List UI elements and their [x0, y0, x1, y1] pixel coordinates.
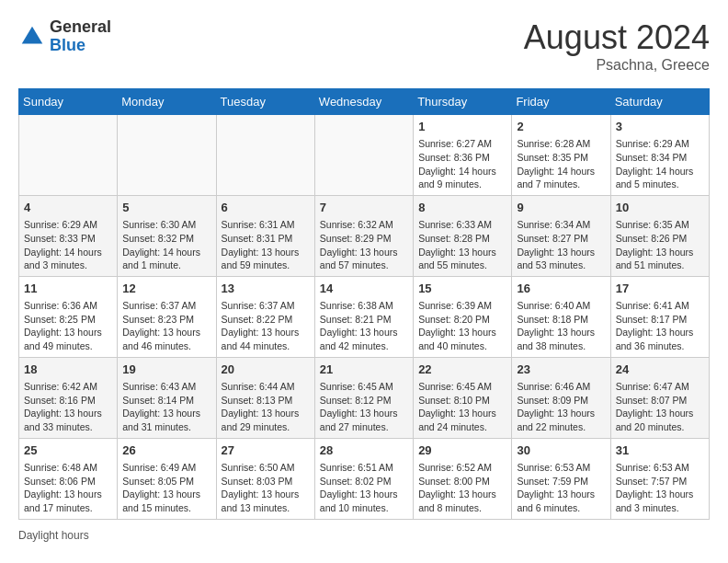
month-year-title: August 2024 [524, 18, 710, 57]
calendar-cell: 6Sunrise: 6:31 AMSunset: 8:31 PMDaylight… [216, 195, 314, 276]
calendar-cell: 25Sunrise: 6:48 AMSunset: 8:06 PMDayligh… [19, 438, 118, 519]
day-info: Sunrise: 6:44 AMSunset: 8:13 PMDaylight:… [222, 380, 310, 434]
calendar-cell: 22Sunrise: 6:45 AMSunset: 8:10 PMDayligh… [414, 357, 512, 438]
calendar-cell: 3Sunrise: 6:29 AMSunset: 8:34 PMDaylight… [610, 115, 709, 196]
day-info: Sunrise: 6:34 AMSunset: 8:27 PMDaylight:… [517, 218, 605, 272]
day-number: 10 [616, 200, 704, 216]
logo: General Blue [18, 18, 111, 55]
day-info: Sunrise: 6:33 AMSunset: 8:28 PMDaylight:… [418, 218, 506, 272]
day-info: Sunrise: 6:46 AMSunset: 8:09 PMDaylight:… [517, 380, 605, 434]
day-info: Sunrise: 6:31 AMSunset: 8:31 PMDaylight:… [222, 218, 310, 272]
calendar-cell: 16Sunrise: 6:40 AMSunset: 8:18 PMDayligh… [512, 276, 610, 357]
svg-marker-0 [22, 27, 43, 44]
calendar-cell [118, 115, 216, 196]
calendar-cell: 5Sunrise: 6:30 AMSunset: 8:32 PMDaylight… [118, 195, 216, 276]
calendar-week-row: 25Sunrise: 6:48 AMSunset: 8:06 PMDayligh… [19, 438, 710, 519]
footer: Daylight hours [18, 529, 710, 542]
calendar-cell: 21Sunrise: 6:45 AMSunset: 8:12 PMDayligh… [314, 357, 413, 438]
calendar-cell: 26Sunrise: 6:49 AMSunset: 8:05 PMDayligh… [118, 438, 216, 519]
column-header-tuesday: Tuesday [216, 89, 314, 115]
calendar-cell [314, 115, 413, 196]
calendar-cell: 2Sunrise: 6:28 AMSunset: 8:35 PMDaylight… [512, 115, 610, 196]
day-info: Sunrise: 6:27 AMSunset: 8:36 PMDaylight:… [418, 137, 506, 191]
daylight-label: Daylight hours [18, 529, 89, 542]
calendar-table: SundayMondayTuesdayWednesdayThursdayFrid… [18, 88, 710, 520]
calendar-cell: 29Sunrise: 6:52 AMSunset: 8:00 PMDayligh… [414, 438, 512, 519]
day-info: Sunrise: 6:36 AMSunset: 8:25 PMDaylight:… [24, 299, 112, 353]
day-number: 30 [517, 442, 605, 459]
day-number: 12 [122, 281, 210, 297]
calendar-cell: 19Sunrise: 6:43 AMSunset: 8:14 PMDayligh… [118, 357, 216, 438]
day-number: 8 [418, 200, 506, 216]
day-number: 7 [320, 200, 408, 216]
day-number: 13 [222, 281, 310, 297]
calendar-cell: 24Sunrise: 6:47 AMSunset: 8:07 PMDayligh… [610, 357, 709, 438]
column-header-monday: Monday [118, 89, 216, 115]
day-info: Sunrise: 6:45 AMSunset: 8:12 PMDaylight:… [320, 380, 408, 434]
day-number: 6 [222, 200, 310, 216]
day-number: 23 [517, 362, 605, 378]
day-number: 20 [222, 362, 310, 378]
calendar-week-row: 4Sunrise: 6:29 AMSunset: 8:33 PMDaylight… [19, 195, 710, 276]
logo-icon [18, 23, 46, 51]
day-info: Sunrise: 6:40 AMSunset: 8:18 PMDaylight:… [517, 299, 605, 353]
day-info: Sunrise: 6:29 AMSunset: 8:33 PMDaylight:… [24, 218, 112, 272]
day-number: 28 [320, 442, 408, 459]
column-header-wednesday: Wednesday [314, 89, 413, 115]
calendar-cell: 13Sunrise: 6:37 AMSunset: 8:22 PMDayligh… [216, 276, 314, 357]
day-number: 11 [24, 281, 112, 297]
calendar-week-row: 11Sunrise: 6:36 AMSunset: 8:25 PMDayligh… [19, 276, 710, 357]
day-number: 26 [122, 442, 210, 459]
calendar-cell: 23Sunrise: 6:46 AMSunset: 8:09 PMDayligh… [512, 357, 610, 438]
day-info: Sunrise: 6:43 AMSunset: 8:14 PMDaylight:… [122, 380, 210, 434]
logo-text: General Blue [50, 18, 111, 55]
column-header-sunday: Sunday [19, 89, 118, 115]
day-info: Sunrise: 6:38 AMSunset: 8:21 PMDaylight:… [320, 299, 408, 353]
day-number: 29 [418, 442, 506, 459]
day-number: 27 [222, 442, 310, 459]
day-number: 15 [418, 281, 506, 297]
calendar-cell: 12Sunrise: 6:37 AMSunset: 8:23 PMDayligh… [118, 276, 216, 357]
calendar-cell: 17Sunrise: 6:41 AMSunset: 8:17 PMDayligh… [610, 276, 709, 357]
calendar-cell [19, 115, 118, 196]
calendar-cell: 15Sunrise: 6:39 AMSunset: 8:20 PMDayligh… [414, 276, 512, 357]
column-header-thursday: Thursday [414, 89, 512, 115]
calendar-cell: 10Sunrise: 6:35 AMSunset: 8:26 PMDayligh… [610, 195, 709, 276]
calendar-cell: 4Sunrise: 6:29 AMSunset: 8:33 PMDaylight… [19, 195, 118, 276]
day-number: 5 [122, 200, 210, 216]
day-info: Sunrise: 6:50 AMSunset: 8:03 PMDaylight:… [222, 461, 310, 515]
column-header-friday: Friday [512, 89, 610, 115]
calendar-week-row: 18Sunrise: 6:42 AMSunset: 8:16 PMDayligh… [19, 357, 710, 438]
day-number: 22 [418, 362, 506, 378]
calendar-cell: 11Sunrise: 6:36 AMSunset: 8:25 PMDayligh… [19, 276, 118, 357]
day-number: 4 [24, 200, 112, 216]
day-number: 19 [122, 362, 210, 378]
day-number: 18 [24, 362, 112, 378]
day-info: Sunrise: 6:29 AMSunset: 8:34 PMDaylight:… [616, 137, 704, 191]
calendar-cell: 7Sunrise: 6:32 AMSunset: 8:29 PMDaylight… [314, 195, 413, 276]
day-info: Sunrise: 6:53 AMSunset: 7:59 PMDaylight:… [517, 461, 605, 515]
day-number: 16 [517, 281, 605, 297]
calendar-cell: 8Sunrise: 6:33 AMSunset: 8:28 PMDaylight… [414, 195, 512, 276]
calendar-cell [216, 115, 314, 196]
day-number: 9 [517, 200, 605, 216]
calendar-cell: 31Sunrise: 6:53 AMSunset: 7:57 PMDayligh… [610, 438, 709, 519]
day-info: Sunrise: 6:45 AMSunset: 8:10 PMDaylight:… [418, 380, 506, 434]
day-info: Sunrise: 6:49 AMSunset: 8:05 PMDaylight:… [122, 461, 210, 515]
calendar-header-row: SundayMondayTuesdayWednesdayThursdayFrid… [19, 89, 710, 115]
day-number: 21 [320, 362, 408, 378]
day-info: Sunrise: 6:48 AMSunset: 8:06 PMDaylight:… [24, 461, 112, 515]
day-number: 17 [616, 281, 704, 297]
calendar-cell: 9Sunrise: 6:34 AMSunset: 8:27 PMDaylight… [512, 195, 610, 276]
day-info: Sunrise: 6:37 AMSunset: 8:23 PMDaylight:… [122, 299, 210, 353]
calendar-week-row: 1Sunrise: 6:27 AMSunset: 8:36 PMDaylight… [19, 115, 710, 196]
calendar-cell: 1Sunrise: 6:27 AMSunset: 8:36 PMDaylight… [414, 115, 512, 196]
location-subtitle: Psachna, Greece [524, 57, 710, 74]
title-area: August 2024 Psachna, Greece [524, 18, 710, 74]
day-info: Sunrise: 6:42 AMSunset: 8:16 PMDaylight:… [24, 380, 112, 434]
day-info: Sunrise: 6:28 AMSunset: 8:35 PMDaylight:… [517, 137, 605, 191]
day-info: Sunrise: 6:32 AMSunset: 8:29 PMDaylight:… [320, 218, 408, 272]
calendar-cell: 28Sunrise: 6:51 AMSunset: 8:02 PMDayligh… [314, 438, 413, 519]
day-number: 24 [616, 362, 704, 378]
calendar-cell: 30Sunrise: 6:53 AMSunset: 7:59 PMDayligh… [512, 438, 610, 519]
